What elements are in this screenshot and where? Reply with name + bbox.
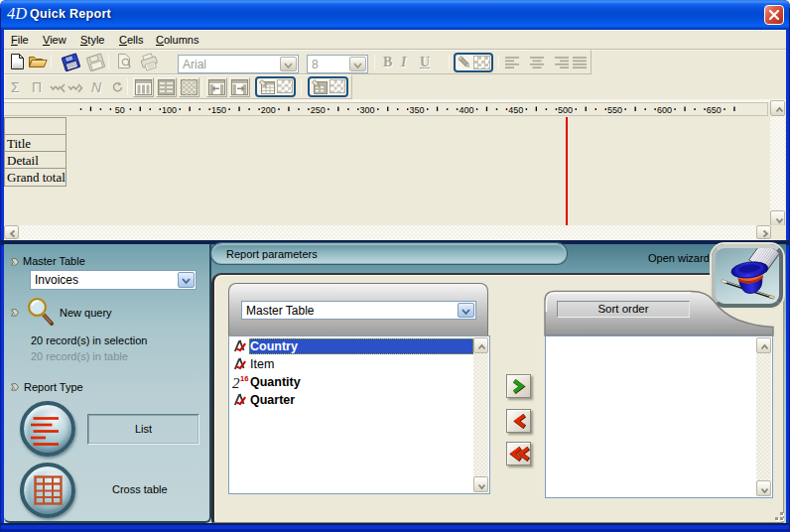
svg-text:600: 600 xyxy=(657,105,672,115)
svg-text:650: 650 xyxy=(707,105,722,115)
svg-text:450: 450 xyxy=(508,105,523,115)
svg-text:550: 550 xyxy=(607,105,622,115)
svg-text:200: 200 xyxy=(261,105,276,115)
svg-text:16: 16 xyxy=(240,374,248,383)
svg-text:50: 50 xyxy=(115,105,125,115)
svg-text:500: 500 xyxy=(558,105,573,115)
svg-text:100: 100 xyxy=(162,105,177,115)
svg-text:2: 2 xyxy=(232,375,240,389)
svg-text:350: 350 xyxy=(409,105,424,115)
svg-text:300: 300 xyxy=(360,105,375,115)
svg-text:400: 400 xyxy=(459,105,473,115)
svg-text:150: 150 xyxy=(211,105,226,115)
svg-text:250: 250 xyxy=(311,105,326,115)
